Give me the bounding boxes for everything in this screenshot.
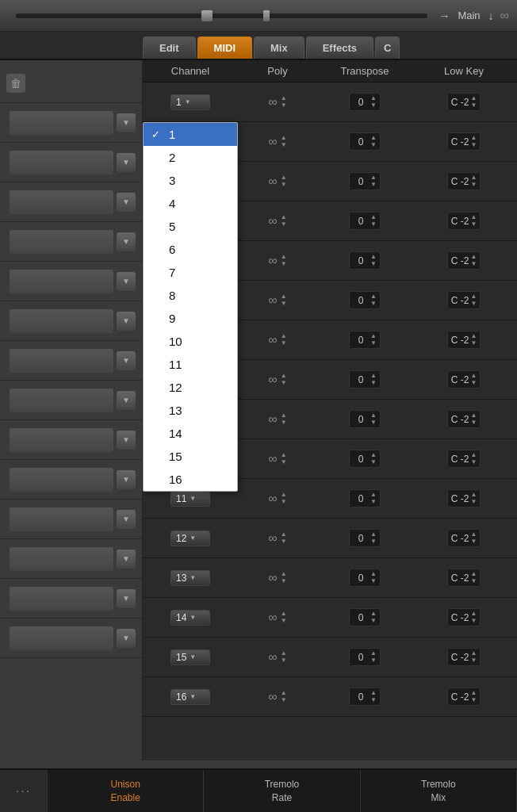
footer-dots-button[interactable]: ··· bbox=[0, 770, 48, 812]
dropdown-item-9[interactable]: 9 bbox=[144, 307, 237, 330]
transpose-down-5[interactable]: ▼ bbox=[370, 261, 377, 268]
tremolo-mix-button[interactable]: Tremolo Mix bbox=[361, 770, 517, 812]
dropdown-item-7[interactable]: 7 bbox=[144, 261, 237, 284]
transpose-down-14[interactable]: ▼ bbox=[370, 618, 377, 625]
transpose-down-2[interactable]: ▼ bbox=[370, 142, 377, 149]
poly-down-1[interactable]: ▼ bbox=[281, 102, 287, 109]
tab-extra[interactable]: C bbox=[375, 36, 400, 59]
poly-down-9[interactable]: ▼ bbox=[281, 419, 287, 427]
channel-select-14[interactable]: 14 ▼ bbox=[170, 610, 210, 626]
sidebar-dropdown-5[interactable]: ▼ bbox=[117, 272, 136, 291]
lowkey-down-8[interactable]: ▼ bbox=[470, 380, 477, 387]
transpose-down-15[interactable]: ▼ bbox=[370, 657, 377, 665]
dropdown-item-6[interactable]: 6 bbox=[144, 238, 237, 261]
dropdown-item-14[interactable]: 14 bbox=[144, 422, 237, 445]
poly-down-6[interactable]: ▼ bbox=[281, 301, 287, 308]
sidebar-dropdown-13[interactable]: ▼ bbox=[117, 589, 136, 608]
dropdown-item-11[interactable]: 11 bbox=[144, 353, 237, 376]
poly-down-7[interactable]: ▼ bbox=[281, 340, 287, 347]
transpose-down-10[interactable]: ▼ bbox=[370, 459, 377, 466]
dropdown-item-4[interactable]: 4 bbox=[144, 192, 237, 215]
lowkey-down-15[interactable]: ▼ bbox=[470, 657, 477, 665]
lowkey-down-6[interactable]: ▼ bbox=[470, 301, 477, 308]
unison-enable-button[interactable]: Unison Enable bbox=[48, 770, 204, 812]
channel-select-15[interactable]: 15 ▼ bbox=[170, 649, 210, 665]
sidebar-dropdown-9[interactable]: ▼ bbox=[117, 431, 136, 450]
channel-select-11[interactable]: 11 ▼ bbox=[170, 491, 210, 507]
slider-thumb2[interactable] bbox=[263, 10, 270, 21]
poly-down-12[interactable]: ▼ bbox=[281, 538, 287, 546]
lowkey-down-14[interactable]: ▼ bbox=[470, 618, 477, 625]
tab-edit[interactable]: Edit bbox=[143, 36, 196, 59]
dropdown-item-1[interactable]: ✓ 1 bbox=[144, 123, 237, 146]
poly-down-8[interactable]: ▼ bbox=[281, 380, 287, 387]
tab-midi[interactable]: MIDI bbox=[197, 36, 252, 59]
poly-down-10[interactable]: ▼ bbox=[281, 459, 287, 466]
lowkey-down-1[interactable]: ▼ bbox=[470, 102, 477, 109]
tremolo-rate-button[interactable]: Tremolo Rate bbox=[204, 770, 360, 812]
lowkey-down-4[interactable]: ▼ bbox=[470, 221, 477, 228]
sidebar-dropdown-12[interactable]: ▼ bbox=[117, 550, 136, 569]
transpose-down-7[interactable]: ▼ bbox=[370, 340, 377, 347]
lowkey-down-13[interactable]: ▼ bbox=[470, 578, 477, 585]
lowkey-down-5[interactable]: ▼ bbox=[470, 261, 477, 268]
poly-down-14[interactable]: ▼ bbox=[281, 618, 287, 625]
poly-down-5[interactable]: ▼ bbox=[281, 261, 287, 268]
transpose-down-13[interactable]: ▼ bbox=[370, 578, 377, 585]
lowkey-down-16[interactable]: ▼ bbox=[470, 697, 477, 704]
sidebar-dropdown-8[interactable]: ▼ bbox=[117, 391, 136, 410]
transpose-down-4[interactable]: ▼ bbox=[370, 221, 377, 228]
transpose-down-3[interactable]: ▼ bbox=[370, 182, 377, 189]
channel-select-12[interactable]: 12 ▼ bbox=[170, 530, 210, 546]
poly-down-4[interactable]: ▼ bbox=[281, 221, 287, 228]
poly-down-3[interactable]: ▼ bbox=[281, 182, 287, 189]
lowkey-down-2[interactable]: ▼ bbox=[470, 142, 477, 149]
transpose-down-9[interactable]: ▼ bbox=[370, 419, 377, 427]
dropdown-item-2[interactable]: 2 bbox=[144, 146, 237, 169]
lowkey-down-9[interactable]: ▼ bbox=[470, 419, 477, 427]
transpose-down-12[interactable]: ▼ bbox=[370, 538, 377, 546]
poly-down-16[interactable]: ▼ bbox=[281, 697, 287, 704]
channel-select-1[interactable]: 1 ▼ bbox=[170, 94, 210, 110]
dropdown-item-15[interactable]: 15 bbox=[144, 445, 237, 468]
poly-down-2[interactable]: ▼ bbox=[281, 142, 287, 149]
dropdown-item-10[interactable]: 10 bbox=[144, 330, 237, 353]
dropdown-item-8[interactable]: 8 bbox=[144, 284, 237, 307]
dropdown-item-12[interactable]: 12 bbox=[144, 376, 237, 399]
poly-down-13[interactable]: ▼ bbox=[281, 578, 287, 585]
sidebar-dropdown-2[interactable]: ▼ bbox=[117, 153, 136, 172]
slider-thumb[interactable] bbox=[201, 10, 213, 21]
dropdown-item-5[interactable]: 5 bbox=[144, 215, 237, 238]
transpose-down-11[interactable]: ▼ bbox=[370, 499, 377, 506]
transpose-down-8[interactable]: ▼ bbox=[370, 380, 377, 387]
lowkey-down-3[interactable]: ▼ bbox=[470, 182, 477, 189]
channel-dropdown[interactable]: ✓ 1 2 3 4 bbox=[143, 122, 238, 492]
trash-icon[interactable]: 🗑 bbox=[6, 74, 25, 93]
channel-select-16[interactable]: 16 ▼ bbox=[170, 689, 210, 705]
sidebar-dropdown-7[interactable]: ▼ bbox=[117, 351, 136, 370]
sidebar-dropdown-14[interactable]: ▼ bbox=[117, 629, 136, 648]
sidebar-dropdown-10[interactable]: ▼ bbox=[117, 470, 136, 489]
channel-select-13[interactable]: 13 ▼ bbox=[170, 570, 210, 586]
dropdown-item-3[interactable]: 3 bbox=[144, 169, 237, 192]
transpose-down-1[interactable]: ▼ bbox=[370, 102, 377, 109]
transpose-down-16[interactable]: ▼ bbox=[370, 697, 377, 704]
sidebar-dropdown-4[interactable]: ▼ bbox=[117, 232, 136, 251]
lowkey-down-10[interactable]: ▼ bbox=[470, 459, 477, 466]
sidebar-dropdown-11[interactable]: ▼ bbox=[117, 510, 136, 529]
lowkey-down-11[interactable]: ▼ bbox=[470, 499, 477, 506]
lowkey-spinner-10: C -2 ▲ ▼ bbox=[447, 450, 481, 469]
tab-effects[interactable]: Effects bbox=[306, 36, 373, 59]
sidebar-dropdown-6[interactable]: ▼ bbox=[117, 312, 136, 331]
sidebar-dropdown-3[interactable]: ▼ bbox=[117, 193, 136, 212]
dropdown-item-16[interactable]: 16 bbox=[144, 468, 237, 491]
dropdown-item-13[interactable]: 13 bbox=[144, 399, 237, 422]
lowkey-down-12[interactable]: ▼ bbox=[470, 538, 477, 546]
poly-down-11[interactable]: ▼ bbox=[281, 499, 287, 506]
tab-mix[interactable]: Mix bbox=[254, 36, 304, 59]
main-slider[interactable] bbox=[16, 13, 427, 18]
transpose-down-6[interactable]: ▼ bbox=[370, 301, 377, 308]
lowkey-down-7[interactable]: ▼ bbox=[470, 340, 477, 347]
sidebar-dropdown-1[interactable]: ▼ bbox=[117, 113, 136, 132]
poly-down-15[interactable]: ▼ bbox=[281, 657, 287, 665]
